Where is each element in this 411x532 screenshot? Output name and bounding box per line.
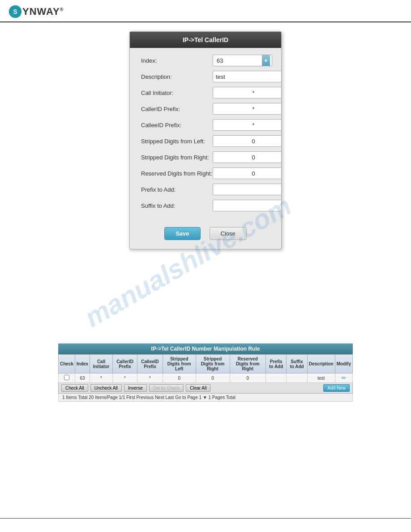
save-button[interactable]: Save <box>164 227 200 240</box>
prefix-add-row: Prefix to Add: <box>139 184 272 195</box>
index-value: 63 <box>215 57 262 64</box>
table-pagination: 1 Items Total 20 Items/Page 1/1 First Pr… <box>58 394 353 402</box>
col-call-initiator: Call Initiator <box>90 355 113 373</box>
col-stripped-left: Stripped Digits from Left <box>163 355 196 373</box>
inverse-button[interactable]: Inverse <box>124 384 147 392</box>
description-label: Description: <box>139 73 213 80</box>
dialog-body: Index: 63 ▼ Description: Call Initiator:… <box>130 48 281 223</box>
col-callerid-prefix: CallerID Prefix <box>112 355 137 373</box>
reserved-right-label: Reserved Digits from Right: <box>139 170 213 177</box>
col-index: Index <box>75 355 90 373</box>
prefix-add-label: Prefix to Add: <box>139 186 213 193</box>
uncheck-all-button[interactable]: Uncheck All <box>90 384 122 392</box>
cell-prefix-add <box>266 373 287 383</box>
cell-callerid-prefix: * <box>112 373 137 383</box>
col-description: Description <box>307 355 335 373</box>
callerid-prefix-input[interactable] <box>213 103 282 115</box>
cell-index: 63 <box>75 373 90 383</box>
cell-calleeid-prefix: * <box>137 373 163 383</box>
logo-text: YNWAY® <box>22 6 64 17</box>
close-button[interactable]: Close <box>210 227 247 240</box>
table-section: IP->Tel CallerID Number Manipulation Rul… <box>58 343 353 402</box>
delete-button[interactable]: Del by Check <box>149 384 184 392</box>
dialog-footer: Save Close <box>130 223 281 249</box>
call-initiator-input[interactable] <box>213 87 282 99</box>
suffix-add-label: Suffix to Add: <box>139 202 213 209</box>
col-suffix-add: Suffix to Add <box>287 355 307 373</box>
calleeid-prefix-label: CalleeID Prefix: <box>139 122 213 129</box>
cell-reserved-right: 0 <box>230 373 265 383</box>
description-row: Description: <box>139 71 272 82</box>
modify-icon[interactable]: ✏ <box>342 375 346 381</box>
table-row: 63 * * * 0 0 0 test ✏ <box>59 373 353 383</box>
callerid-prefix-label: CallerID Prefix: <box>139 106 213 112</box>
table-header-row: Check Index Call Initiator CallerID Pref… <box>59 355 353 373</box>
dialog: IP->Tel CallerID Index: 63 ▼ Description… <box>129 31 282 249</box>
check-all-button[interactable]: Check All <box>61 384 88 392</box>
call-initiator-label: Call Initiator: <box>139 90 213 96</box>
cell-call-initiator: * <box>90 373 113 383</box>
prefix-add-input[interactable] <box>213 184 282 195</box>
col-modify: Modify <box>335 355 352 373</box>
col-prefix-add: Prefix to Add <box>266 355 287 373</box>
col-reserved-right: Reserved Digits from Right <box>230 355 265 373</box>
table-title: IP->Tel CallerID Number Manipulation Rul… <box>58 343 353 354</box>
data-table: Check Index Call Initiator CallerID Pref… <box>58 354 353 383</box>
logo: S YNWAY® <box>9 5 64 18</box>
index-row: Index: 63 ▼ <box>139 55 272 66</box>
dialog-title: IP->Tel CallerID <box>130 32 281 48</box>
stripped-right-label: Stripped Digits from Right: <box>139 154 213 161</box>
row-checkbox[interactable] <box>64 375 69 380</box>
callerid-prefix-row: CallerID Prefix: <box>139 103 272 115</box>
stripped-left-row: Stripped Digits from Left: <box>139 135 272 147</box>
col-calleeid-prefix: CalleeID Prefix <box>137 355 163 373</box>
cell-stripped-left: 0 <box>163 373 196 383</box>
header: S YNWAY® <box>0 0 411 22</box>
stripped-left-label: Stripped Digits from Left: <box>139 138 213 145</box>
index-label: Index: <box>139 57 213 64</box>
stripped-right-input[interactable] <box>213 151 282 163</box>
table-controls-left: Check All Uncheck All Inverse Del by Che… <box>61 384 210 392</box>
clear-all-button[interactable]: Clear All <box>186 384 210 392</box>
cell-check[interactable] <box>59 373 75 383</box>
index-select[interactable]: 63 ▼ <box>213 55 272 66</box>
reserved-right-row: Reserved Digits from Right: <box>139 167 272 179</box>
suffix-add-row: Suffix to Add: <box>139 200 272 211</box>
call-initiator-row: Call Initiator: <box>139 87 272 99</box>
description-input[interactable] <box>213 71 282 82</box>
logo-icon: S <box>9 5 21 18</box>
stripped-right-row: Stripped Digits from Right: <box>139 151 272 163</box>
footer-line <box>0 518 411 519</box>
stripped-left-input[interactable] <box>213 135 282 147</box>
svg-text:S: S <box>13 8 17 15</box>
calleeid-prefix-row: CalleeID Prefix: <box>139 119 272 131</box>
cell-description: test <box>307 373 335 383</box>
main-content: IP->Tel CallerID Index: 63 ▼ Description… <box>0 22 411 254</box>
cell-modify[interactable]: ✏ <box>335 373 352 383</box>
cell-suffix-add <box>287 373 307 383</box>
col-stripped-right: Stripped Digits from Right <box>196 355 230 373</box>
cell-stripped-right: 0 <box>196 373 230 383</box>
calleeid-prefix-input[interactable] <box>213 119 282 131</box>
col-check: Check <box>59 355 75 373</box>
select-arrow-icon[interactable]: ▼ <box>262 55 270 66</box>
suffix-add-input[interactable] <box>213 200 282 211</box>
reserved-right-input[interactable] <box>213 167 282 179</box>
add-new-button[interactable]: Add New <box>323 384 350 392</box>
table-controls: Check All Uncheck All Inverse Del by Che… <box>58 383 353 394</box>
